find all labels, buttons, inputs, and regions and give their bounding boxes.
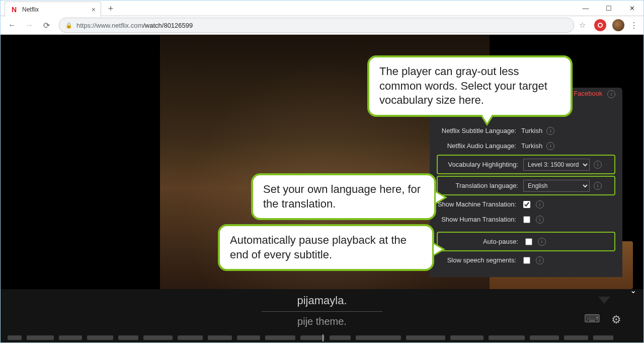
callout-translation: Set your own language here, for the tran… bbox=[251, 173, 436, 220]
timeline-segment[interactable] bbox=[178, 335, 203, 340]
checkbox-human-translation[interactable] bbox=[523, 216, 530, 223]
row-subtitle-language: Netflix Subtitle Language: Turkish i bbox=[437, 123, 615, 138]
timeline-segment[interactable] bbox=[87, 335, 113, 340]
timeline-segment[interactable] bbox=[8, 335, 22, 340]
row-machine-translation: Show Machine Translation: i bbox=[437, 197, 615, 212]
checkbox-slow-speech[interactable] bbox=[523, 257, 530, 264]
select-translation-language[interactable]: English bbox=[523, 180, 590, 192]
callout-vocab: The player can gray-out less common word… bbox=[367, 55, 573, 117]
label-subtitle-language: Netflix Subtitle Language: bbox=[437, 127, 521, 134]
svg-point-1 bbox=[599, 24, 602, 27]
timeline-segment[interactable] bbox=[489, 335, 525, 340]
timeline-segment[interactable] bbox=[330, 335, 351, 340]
reload-button[interactable]: ⟳ bbox=[39, 18, 54, 33]
row-slow-speech: Slow speech segments: i bbox=[437, 253, 615, 267]
label-auto-pause: Auto-pause: bbox=[439, 238, 523, 245]
tab-close-icon[interactable]: × bbox=[92, 6, 96, 14]
timeline-segment[interactable] bbox=[593, 335, 613, 340]
chevron-down-icon[interactable]: ⌄ bbox=[630, 286, 636, 295]
bookmark-star-icon[interactable]: ☆ bbox=[579, 21, 590, 30]
value-audio-language: Turkish bbox=[521, 142, 542, 150]
titlebar: N Netflix × + — ☐ ✕ bbox=[1, 1, 643, 16]
timeline-segment[interactable] bbox=[564, 335, 588, 340]
row-auto-pause: Auto-pause: i bbox=[437, 232, 615, 251]
info-icon[interactable]: i bbox=[536, 256, 544, 264]
timeline-segment[interactable] bbox=[59, 335, 82, 340]
forward-button[interactable]: → bbox=[22, 18, 37, 33]
facebook-link[interactable]: Facebook i bbox=[574, 90, 615, 98]
checkbox-auto-pause[interactable] bbox=[525, 238, 532, 245]
timeline-segment[interactable] bbox=[300, 335, 325, 340]
subtitle-translation: pije theme. bbox=[297, 316, 347, 327]
info-icon[interactable]: i bbox=[594, 161, 602, 169]
timeline-segment[interactable] bbox=[143, 335, 173, 340]
callout-vocab-text: The player can gray-out less common word… bbox=[379, 65, 547, 106]
callout-translation-text: Set your own language here, for the tran… bbox=[263, 183, 421, 210]
label-vocab-highlighting: Vocabulary Highlighting: bbox=[439, 161, 523, 168]
info-icon[interactable]: i bbox=[546, 127, 554, 135]
row-vocab-highlighting: Vocabulary Highlighting: Level 3: 1500 w… bbox=[437, 155, 615, 174]
keyboard-icon[interactable]: ⌨ bbox=[584, 312, 600, 325]
netflix-favicon: N bbox=[10, 6, 18, 14]
maximize-button[interactable]: ☐ bbox=[597, 1, 620, 16]
address-bar[interactable]: 🔒 https://www.netflix.com/watch/80126599 bbox=[59, 18, 574, 33]
subtitle-timeline[interactable] bbox=[1, 335, 643, 341]
info-icon[interactable]: i bbox=[536, 216, 544, 224]
chrome-menu-icon[interactable]: ⋮ bbox=[628, 21, 639, 30]
gear-icon[interactable]: ⚙ bbox=[611, 313, 621, 326]
timeline-segment[interactable] bbox=[237, 335, 260, 340]
callout-autopause-text: Automatically pause playback at the end … bbox=[230, 234, 407, 261]
timeline-segment[interactable] bbox=[27, 335, 54, 340]
value-subtitle-language: Turkish bbox=[521, 127, 542, 134]
timeline-segment[interactable] bbox=[208, 335, 232, 340]
label-slow-speech: Slow speech segments: bbox=[437, 256, 521, 264]
url-host: https://www.netflix.com bbox=[76, 22, 143, 29]
row-translation-language: Translation language: English i bbox=[437, 176, 615, 195]
checkbox-machine-translation[interactable] bbox=[523, 201, 530, 208]
subtitle-original: pijamayla. bbox=[297, 294, 347, 307]
info-icon[interactable]: i bbox=[607, 90, 615, 98]
lock-icon: 🔒 bbox=[65, 22, 72, 29]
close-button[interactable]: ✕ bbox=[620, 1, 643, 16]
select-vocab-level[interactable]: Level 3: 1500 words bbox=[523, 159, 590, 171]
browser-tab[interactable]: N Netflix × bbox=[5, 2, 101, 17]
url-path: /watch/80126599 bbox=[143, 22, 193, 29]
back-button[interactable]: ← bbox=[5, 18, 20, 33]
row-human-translation: Show Human Translation: i bbox=[437, 212, 615, 227]
subtitle-area: pijamayla. pije theme. bbox=[1, 289, 643, 343]
timeline-playhead[interactable] bbox=[323, 334, 324, 341]
info-icon[interactable]: i bbox=[536, 200, 544, 209]
row-audio-language: Netflix Audio Language: Turkish i bbox=[437, 139, 615, 153]
info-icon[interactable]: i bbox=[594, 182, 602, 190]
timeline-segment[interactable] bbox=[356, 335, 401, 340]
timeline-segment[interactable] bbox=[450, 335, 484, 340]
tab-title: Netflix bbox=[22, 6, 39, 13]
timeline-segment[interactable] bbox=[406, 335, 445, 340]
timeline-segment[interactable] bbox=[530, 335, 559, 340]
subtitle-separator bbox=[262, 311, 382, 312]
callout-autopause: Automatically pause playback at the end … bbox=[218, 224, 434, 271]
settings-panel-pointer bbox=[598, 297, 610, 304]
label-translation-language: Translation language: bbox=[439, 182, 523, 189]
profile-avatar[interactable] bbox=[612, 19, 624, 31]
info-icon[interactable]: i bbox=[538, 238, 546, 246]
chrome-window: N Netflix × + — ☐ ✕ ← → ⟳ 🔒 https://www.… bbox=[0, 0, 644, 343]
timeline-segment[interactable] bbox=[118, 335, 138, 340]
extension-icon[interactable] bbox=[594, 19, 606, 31]
browser-toolbar: ← → ⟳ 🔒 https://www.netflix.com/watch/80… bbox=[1, 16, 643, 35]
minimize-button[interactable]: — bbox=[574, 1, 597, 16]
new-tab-button[interactable]: + bbox=[104, 2, 117, 15]
label-machine-translation: Show Machine Translation: bbox=[437, 200, 521, 208]
window-controls: — ☐ ✕ bbox=[574, 1, 643, 16]
info-icon[interactable]: i bbox=[546, 142, 554, 150]
label-audio-language: Netflix Audio Language: bbox=[437, 142, 521, 150]
label-human-translation: Show Human Translation: bbox=[437, 216, 521, 223]
facebook-label: Facebook bbox=[574, 90, 602, 97]
url-text: https://www.netflix.com/watch/80126599 bbox=[76, 22, 193, 29]
page-content: pijamayla. pije theme. Facebook i Netfli… bbox=[1, 35, 643, 343]
timeline-segment[interactable] bbox=[265, 335, 295, 340]
